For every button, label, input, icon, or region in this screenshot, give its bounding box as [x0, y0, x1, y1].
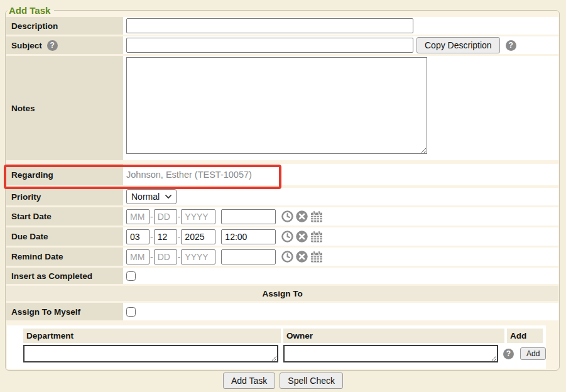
add-header: Add [507, 329, 543, 343]
assign-to-myself-row: Assign To Myself [6, 303, 558, 320]
regarding-row: Regarding Johnson, Esther (TEST-10057) [6, 164, 558, 185]
calendar-icon[interactable] [310, 230, 324, 243]
date-separator: - [150, 252, 153, 262]
remind-date-day-input[interactable] [154, 249, 177, 264]
priority-value-cell: Normal [123, 188, 558, 205]
start-date-year-input[interactable] [181, 209, 215, 224]
remind-date-month-input[interactable] [126, 249, 150, 264]
remind-date-label-cell: Remind Date [6, 248, 123, 266]
description-value-cell [123, 17, 558, 35]
footer-actions: Add Task Spell Check [0, 373, 566, 389]
add-button[interactable]: Add [520, 347, 546, 360]
notes-row: Notes [6, 56, 558, 160]
due-date-day-input[interactable] [154, 229, 177, 244]
date-separator: - [150, 212, 153, 222]
assign-table: Department Owner Add ? Add [7, 325, 546, 369]
date-separator: - [150, 232, 153, 242]
insert-as-completed-value-cell [123, 268, 558, 284]
due-date-value-cell: - - [123, 227, 558, 246]
date-separator: - [178, 212, 181, 222]
clock-icon[interactable] [281, 230, 294, 243]
start-date-label: Start Date [11, 212, 52, 221]
remind-date-year-input[interactable] [181, 249, 215, 264]
date-separator: - [178, 232, 181, 242]
assign-to-myself-value-cell [123, 303, 558, 320]
description-label-cell: Description [6, 17, 123, 35]
priority-label-cell: Priority [6, 188, 123, 205]
due-date-row: Due Date - - [6, 227, 558, 246]
notes-value-cell [123, 56, 558, 160]
start-date-day-input[interactable] [154, 209, 177, 224]
due-date-year-input[interactable] [181, 229, 215, 244]
remind-date-row: Remind Date - - [6, 248, 558, 266]
due-date-label: Due Date [11, 232, 48, 241]
due-date-icons [281, 230, 324, 243]
insert-as-completed-label-cell: Insert as Completed [6, 268, 123, 284]
start-date-label-cell: Start Date [6, 207, 123, 226]
subject-value-cell: Copy Description ? [123, 36, 558, 54]
remind-date-label: Remind Date [11, 252, 63, 261]
department-input[interactable] [23, 345, 278, 362]
assign-to-section-header: Assign To [6, 286, 558, 301]
start-date-time-input[interactable] [221, 209, 276, 224]
notes-label-cell: Notes [6, 56, 123, 160]
regarding-value: Johnson, Esther (TEST-10057) [126, 170, 252, 180]
priority-selected-option: Normal [131, 192, 160, 202]
page-title: Add Task [8, 5, 54, 16]
help-icon[interactable]: ? [47, 40, 58, 51]
spell-check-button[interactable]: Spell Check [280, 373, 343, 389]
priority-select[interactable]: Normal [126, 189, 177, 204]
date-separator: - [178, 252, 181, 262]
insert-as-completed-label: Insert as Completed [11, 271, 92, 281]
description-row: Description [6, 17, 558, 35]
clock-icon[interactable] [281, 210, 294, 223]
assign-to-section-label: Assign To [263, 289, 303, 298]
start-date-icons [281, 210, 324, 223]
priority-label: Priority [11, 192, 41, 202]
department-header: Department [23, 329, 281, 343]
owner-input[interactable] [283, 345, 498, 362]
subject-row: Subject ? Copy Description ? [6, 36, 558, 54]
remind-date-time-input[interactable] [221, 249, 276, 264]
help-icon[interactable]: ? [506, 40, 516, 51]
subject-input[interactable] [126, 38, 413, 53]
help-icon[interactable]: ? [503, 349, 514, 359]
assign-table-input-row: ? Add [23, 345, 546, 362]
subject-label-cell: Subject ? [6, 36, 123, 54]
regarding-label: Regarding [11, 170, 53, 180]
clock-icon[interactable] [281, 250, 294, 263]
regarding-label-cell: Regarding [6, 164, 123, 185]
notes-textarea[interactable] [126, 57, 427, 154]
insert-as-completed-row: Insert as Completed [6, 268, 558, 284]
regarding-value-cell: Johnson, Esther (TEST-10057) [123, 164, 558, 185]
calendar-icon[interactable] [310, 250, 324, 263]
due-date-label-cell: Due Date [6, 227, 123, 246]
clear-date-icon[interactable] [295, 230, 308, 243]
calendar-icon[interactable] [310, 210, 324, 223]
start-date-row: Start Date - - [6, 207, 558, 226]
assign-to-myself-label-cell: Assign To Myself [6, 303, 123, 320]
assign-to-myself-checkbox[interactable] [126, 307, 136, 317]
insert-as-completed-checkbox[interactable] [126, 271, 136, 281]
start-date-value-cell: - - [123, 207, 558, 226]
copy-description-button[interactable]: Copy Description [416, 37, 500, 53]
start-date-month-input[interactable] [126, 209, 150, 224]
notes-label: Notes [11, 104, 35, 113]
description-label: Description [11, 21, 58, 31]
assign-table-header-row: Department Owner Add [23, 329, 546, 343]
assign-to-myself-label: Assign To Myself [11, 307, 80, 317]
clear-date-icon[interactable] [295, 210, 308, 223]
description-input[interactable] [126, 18, 413, 33]
due-date-month-input[interactable] [126, 229, 150, 244]
add-task-button[interactable]: Add Task [223, 373, 275, 389]
priority-row: Priority Normal [6, 188, 558, 205]
remind-date-icons [281, 250, 324, 263]
clear-date-icon[interactable] [295, 250, 308, 263]
subject-label: Subject [11, 41, 42, 50]
remind-date-value-cell: - - [123, 248, 558, 266]
due-date-time-input[interactable] [221, 229, 276, 244]
owner-header: Owner [283, 329, 504, 343]
add-task-fieldset: Add Task Description Subject ? Copy Desc… [5, 5, 560, 371]
chevron-down-icon [165, 195, 171, 199]
